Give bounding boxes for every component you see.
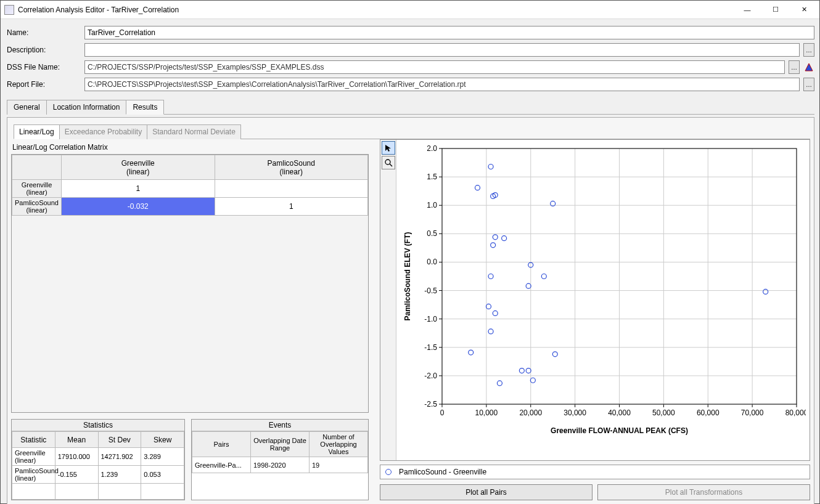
matrix-cell[interactable]: 1 bbox=[62, 180, 215, 198]
stats-cell: 3.289 bbox=[141, 448, 184, 466]
stats-cell: Greenville (linear) bbox=[12, 448, 55, 466]
events-header: Overlapping Date Range bbox=[251, 432, 310, 457]
tab-results[interactable]: Results bbox=[126, 100, 164, 115]
svg-point-2 bbox=[385, 160, 390, 165]
statistics-title: Statistics bbox=[12, 420, 184, 431]
statistics-panel: Statistics StatisticMeanSt DevSkewGreenv… bbox=[11, 419, 185, 500]
svg-point-69 bbox=[493, 235, 498, 240]
svg-text:PamlicoSound ELEV (FT): PamlicoSound ELEV (FT) bbox=[403, 232, 412, 320]
svg-text:10,000: 10,000 bbox=[475, 408, 498, 417]
results-pane: Linear/LogExceedance ProbabilityStandard… bbox=[7, 117, 814, 504]
svg-point-83 bbox=[526, 368, 531, 373]
svg-text:30,000: 30,000 bbox=[564, 408, 586, 417]
titlebar: Correlation Analysis Editor - TarRiver_C… bbox=[1, 1, 819, 19]
svg-text:1.0: 1.0 bbox=[427, 201, 437, 209]
maximize-button[interactable]: ☐ bbox=[761, 1, 790, 19]
description-browse-button[interactable]: … bbox=[803, 43, 814, 57]
svg-point-82 bbox=[519, 368, 524, 373]
subtab-linear-log[interactable]: Linear/Log bbox=[14, 124, 60, 139]
svg-marker-0 bbox=[805, 63, 813, 71]
svg-text:80,000: 80,000 bbox=[785, 408, 806, 417]
events-cell: 1998-2020 bbox=[251, 457, 310, 473]
plot-all-transformations-button[interactable]: Plot all Transformations bbox=[597, 484, 810, 500]
svg-text:2.0: 2.0 bbox=[427, 144, 437, 153]
events-cell: 19 bbox=[310, 457, 368, 473]
legend-text: PamlicoSound - Greenville bbox=[399, 468, 486, 476]
svg-point-79 bbox=[488, 329, 493, 334]
matrix-row-header: PamlicoSound(linear) bbox=[12, 198, 62, 216]
chart-toolbar bbox=[380, 140, 396, 460]
name-label: Name: bbox=[7, 28, 81, 37]
svg-text:40,000: 40,000 bbox=[608, 408, 631, 417]
tab-location-information[interactable]: Location Information bbox=[46, 100, 127, 115]
svg-point-73 bbox=[488, 274, 493, 279]
right-column: 010,00020,00030,00040,00050,00060,00070,… bbox=[380, 139, 810, 500]
sub-tabstrip: Linear/LogExceedance ProbabilityStandard… bbox=[14, 124, 810, 139]
plot-all-pairs-button[interactable]: Plot all Pairs bbox=[380, 484, 592, 500]
matrix-cell[interactable]: -0.032 bbox=[62, 198, 215, 216]
svg-text:0: 0 bbox=[440, 408, 445, 417]
dss-plot-icon[interactable] bbox=[803, 62, 814, 73]
svg-text:0.0: 0.0 bbox=[427, 258, 437, 266]
zoom-tool-icon[interactable] bbox=[382, 156, 395, 169]
stats-header: Mean bbox=[55, 432, 98, 448]
description-input[interactable] bbox=[84, 43, 800, 57]
tab-general[interactable]: General bbox=[7, 100, 47, 115]
stats-cell: 1.239 bbox=[98, 466, 141, 484]
svg-point-84 bbox=[530, 378, 535, 383]
matrix-col-header: Greenville(linear) bbox=[62, 155, 215, 180]
subtab-exceedance-probability[interactable]: Exceedance Probability bbox=[59, 124, 147, 139]
matrix-cell[interactable]: 1 bbox=[215, 198, 368, 216]
report-file-input[interactable] bbox=[84, 78, 800, 91]
events-header: Pairs bbox=[192, 432, 251, 457]
minimize-button[interactable]: — bbox=[733, 1, 761, 19]
matrix-cell[interactable] bbox=[215, 180, 368, 198]
svg-point-76 bbox=[763, 289, 768, 294]
stats-header: Skew bbox=[141, 432, 184, 448]
scatter-chart[interactable]: 010,00020,00030,00040,00050,00060,00070,… bbox=[396, 140, 810, 460]
svg-text:-2.5: -2.5 bbox=[424, 400, 437, 408]
name-input[interactable] bbox=[84, 26, 814, 39]
description-label: Description: bbox=[7, 46, 81, 54]
stats-header: St Dev bbox=[98, 432, 141, 448]
svg-text:-1.5: -1.5 bbox=[424, 343, 437, 352]
stats-header: Statistic bbox=[12, 432, 55, 448]
svg-text:60,000: 60,000 bbox=[697, 408, 720, 417]
svg-point-75 bbox=[526, 283, 531, 288]
main-tabstrip: GeneralLocation InformationResults bbox=[7, 99, 814, 115]
matrix-col-header: PamlicoSound(linear) bbox=[215, 155, 368, 180]
window-title: Correlation Analysis Editor - TarRiver_C… bbox=[18, 6, 733, 14]
stats-cell: PamlicoSound (linear) bbox=[12, 466, 55, 484]
matrix-row-header: Greenville(linear) bbox=[12, 180, 62, 198]
events-header: Number of Overlapping Values bbox=[310, 432, 368, 457]
svg-point-64 bbox=[488, 165, 493, 169]
legend-marker-icon bbox=[385, 469, 392, 475]
app-window: Correlation Analysis Editor - TarRiver_C… bbox=[0, 0, 820, 504]
stats-cell: 14271.902 bbox=[98, 448, 141, 466]
dss-browse-button[interactable]: … bbox=[789, 60, 800, 74]
close-button[interactable]: ✕ bbox=[790, 1, 818, 19]
svg-text:1.5: 1.5 bbox=[427, 173, 437, 181]
svg-point-74 bbox=[541, 274, 546, 279]
chart-legend: PamlicoSound - Greenville bbox=[380, 465, 810, 479]
svg-point-81 bbox=[552, 352, 557, 357]
events-title: Events bbox=[192, 420, 368, 431]
chart-panel: 010,00020,00030,00040,00050,00060,00070,… bbox=[380, 139, 810, 461]
dss-file-input[interactable] bbox=[84, 60, 785, 74]
matrix-title: Linear/Log Correlation Matrix bbox=[12, 143, 369, 152]
svg-text:-1.0: -1.0 bbox=[424, 315, 437, 323]
report-browse-button[interactable]: … bbox=[803, 78, 814, 91]
subtab-standard-normal-deviate[interactable]: Standard Normal Deviate bbox=[147, 124, 241, 139]
correlation-matrix: Greenville(linear)PamlicoSound(linear)Gr… bbox=[11, 154, 369, 413]
svg-text:50,000: 50,000 bbox=[652, 408, 675, 417]
svg-point-78 bbox=[493, 311, 498, 315]
svg-line-3 bbox=[390, 164, 392, 166]
events-panel: Events PairsOverlapping Date RangeNumber… bbox=[191, 419, 369, 500]
window-controls: — ☐ ✕ bbox=[733, 1, 818, 19]
svg-point-80 bbox=[469, 350, 474, 355]
pointer-tool-icon[interactable] bbox=[382, 141, 395, 155]
report-label: Report File: bbox=[7, 80, 81, 89]
content-area: Name: Description: … DSS File Name: … Re… bbox=[1, 19, 819, 504]
svg-text:20,000: 20,000 bbox=[519, 408, 542, 417]
stats-cell: 0.053 bbox=[141, 466, 184, 484]
